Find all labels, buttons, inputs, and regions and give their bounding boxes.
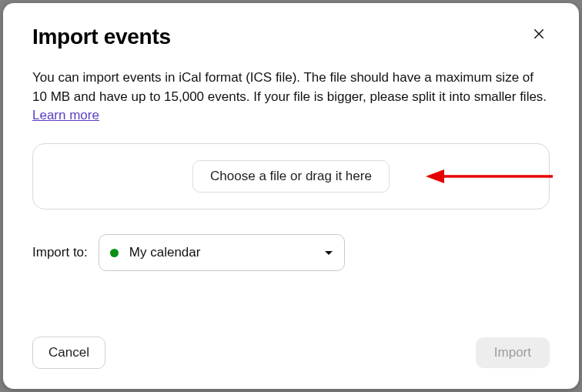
modal-title: Import events [32, 25, 171, 49]
import-to-label: Import to: [32, 245, 88, 260]
learn-more-link[interactable]: Learn more [32, 108, 550, 123]
chevron-down-icon [324, 246, 333, 260]
choose-file-button[interactable]: Choose a file or drag it here [192, 160, 390, 193]
calendar-color-dot [110, 249, 119, 257]
import-events-modal: Import events You can import events in i… [3, 3, 579, 389]
import-to-row: Import to: My calendar [32, 234, 550, 271]
calendar-selected-name: My calendar [129, 245, 318, 260]
modal-footer: Cancel Import [32, 309, 550, 369]
modal-header: Import events [32, 25, 550, 49]
modal-description: You can import events in iCal format (IC… [32, 68, 550, 106]
calendar-select[interactable]: My calendar [99, 234, 345, 271]
close-icon [532, 27, 546, 41]
annotation-arrow [426, 165, 557, 188]
svg-marker-1 [426, 169, 444, 183]
file-dropzone[interactable]: Choose a file or drag it here [32, 143, 550, 209]
close-button[interactable] [528, 23, 550, 45]
cancel-button[interactable]: Cancel [32, 337, 105, 369]
import-button[interactable]: Import [476, 337, 550, 368]
